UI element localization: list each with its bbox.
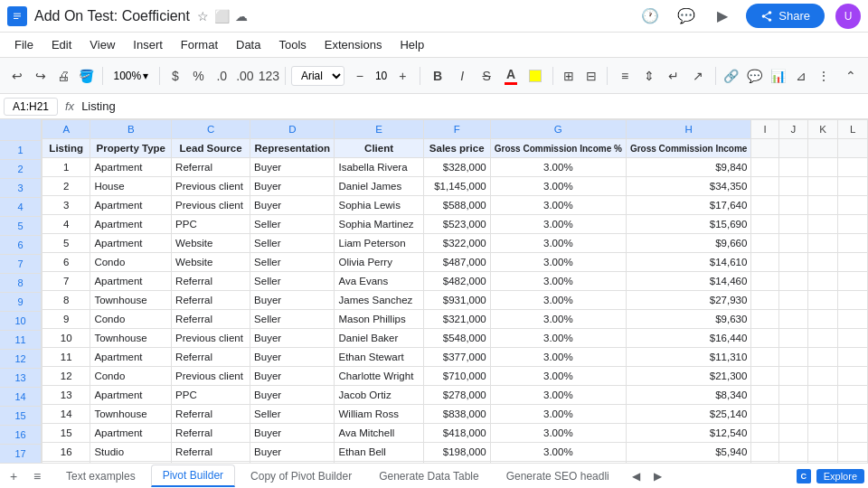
cell-k8[interactable] (807, 272, 837, 291)
undo-button[interactable]: ↩ (7, 64, 27, 88)
cell-reference-input[interactable] (4, 98, 58, 116)
row-num-11[interactable]: 11 (0, 331, 41, 350)
cell-i12[interactable] (751, 348, 778, 367)
cell-d14[interactable]: Buyer (250, 386, 335, 405)
cell-b17[interactable]: Studio (90, 443, 172, 462)
cell-a6[interactable]: 5 (42, 234, 90, 253)
cell-f13[interactable]: $710,000 (423, 367, 490, 386)
cell-f17[interactable]: $198,000 (423, 443, 490, 462)
cell-f12[interactable]: $377,000 (423, 348, 490, 367)
cell-a13[interactable]: 12 (42, 367, 90, 386)
cell-c3[interactable]: Previous client (172, 177, 250, 196)
cell-h14[interactable]: $8,340 (626, 386, 750, 405)
cell-g2[interactable]: 3.00% (490, 158, 626, 177)
redo-button[interactable]: ↪ (31, 64, 51, 88)
cell-h7[interactable]: $14,610 (626, 253, 750, 272)
font-size-increase[interactable]: + (391, 64, 414, 88)
cell-l5[interactable] (838, 215, 868, 234)
cell-c4[interactable]: Previous client (172, 196, 250, 215)
cell-k18[interactable] (807, 462, 837, 464)
cell-i7[interactable] (751, 253, 778, 272)
menu-edit[interactable]: Edit (44, 36, 79, 53)
cell-b9[interactable]: Townhouse (90, 291, 172, 310)
cell-j13[interactable] (778, 367, 807, 386)
row-num-2[interactable]: 2 (0, 160, 41, 179)
tab-copy-of-pivot-builder[interactable]: Copy of Pivot Builder (239, 465, 363, 487)
cell-b4[interactable]: Apartment (90, 196, 172, 215)
row-num-4[interactable]: 4 (0, 198, 41, 217)
cell-c16[interactable]: Referral (172, 424, 250, 443)
cell-e14[interactable]: Jacob Ortiz (335, 386, 423, 405)
cell-j5[interactable] (778, 215, 807, 234)
cell-g4[interactable]: 3.00% (490, 196, 626, 215)
formula-input[interactable] (81, 99, 864, 113)
cell-d12[interactable]: Buyer (250, 348, 335, 367)
cell-g8[interactable]: 3.00% (490, 272, 626, 291)
cell-i14[interactable] (751, 386, 778, 405)
cell-a16[interactable]: 15 (42, 424, 90, 443)
header-sales-price[interactable]: Sales price (423, 139, 490, 158)
menu-extensions[interactable]: Extensions (317, 36, 390, 53)
menu-data[interactable]: Data (229, 36, 268, 53)
cell-g15[interactable]: 3.00% (490, 405, 626, 424)
cell-i6[interactable] (751, 234, 778, 253)
merge-button[interactable]: ⊟ (582, 64, 602, 88)
cell-a14[interactable]: 13 (42, 386, 90, 405)
cell-e16[interactable]: Ava Mitchell (335, 424, 423, 443)
cell-l3[interactable] (838, 177, 868, 196)
menu-format[interactable]: Format (174, 36, 225, 53)
cell-c12[interactable]: Referral (172, 348, 250, 367)
cell-e10[interactable]: Mason Phillips (335, 310, 423, 329)
chat-icon[interactable]: 💬 (674, 4, 699, 29)
cell-l15[interactable] (838, 405, 868, 424)
cell-c11[interactable]: Previous client (172, 329, 250, 348)
cell-b15[interactable]: Townhouse (90, 405, 172, 424)
cell-c17[interactable]: Referral (172, 443, 250, 462)
cell-h2[interactable]: $9,840 (626, 158, 750, 177)
paint-format-button[interactable]: 🪣 (77, 64, 97, 88)
cell-f10[interactable]: $321,000 (423, 310, 490, 329)
cell-j17[interactable] (778, 443, 807, 462)
cell-a3[interactable]: 2 (42, 177, 90, 196)
cell-e18[interactable]: Daniel Stewart (335, 462, 423, 464)
cell-l14[interactable] (838, 386, 868, 405)
cell-c7[interactable]: Website (172, 253, 250, 272)
row-num-15[interactable]: 15 (0, 407, 41, 426)
cell-f16[interactable]: $418,000 (423, 424, 490, 443)
cell-g16[interactable]: 3.00% (490, 424, 626, 443)
cell-d10[interactable]: Seller (250, 310, 335, 329)
history-icon[interactable]: 🕐 (637, 4, 663, 29)
row-num-8[interactable]: 8 (0, 274, 41, 293)
row-num-17[interactable]: 17 (0, 445, 41, 463)
cell-c2[interactable]: Referral (172, 158, 250, 177)
cell-l6[interactable] (838, 234, 868, 253)
cell-i2[interactable] (751, 158, 778, 177)
col-header-e[interactable]: E (335, 120, 423, 139)
cell-l10[interactable] (838, 310, 868, 329)
menu-insert[interactable]: Insert (126, 36, 170, 53)
menu-view[interactable]: View (82, 36, 122, 53)
cell-a5[interactable]: 4 (42, 215, 90, 234)
col-header-i[interactable]: I (751, 120, 778, 139)
cell-h3[interactable]: $34,350 (626, 177, 750, 196)
col-header-f[interactable]: F (423, 120, 490, 139)
cell-g9[interactable]: 3.00% (490, 291, 626, 310)
cell-d18[interactable]: Buyer (250, 462, 335, 464)
cell-c15[interactable]: Referral (172, 405, 250, 424)
cell-i16[interactable] (751, 424, 778, 443)
text-rotate-button[interactable]: ↗ (686, 64, 710, 88)
cell-d6[interactable]: Seller (250, 234, 335, 253)
cell-k4[interactable] (807, 196, 837, 215)
cell-d2[interactable]: Buyer (250, 158, 335, 177)
cloud-icon[interactable]: ☁ (235, 9, 248, 23)
cell-b3[interactable]: House (90, 177, 172, 196)
cell-c13[interactable]: Previous client (172, 367, 250, 386)
row-num-13[interactable]: 13 (0, 369, 41, 388)
cell-l7[interactable] (838, 253, 868, 272)
cell-j12[interactable] (778, 348, 807, 367)
row-num-12[interactable]: 12 (0, 350, 41, 369)
menu-help[interactable]: Help (392, 36, 431, 53)
cell-j15[interactable] (778, 405, 807, 424)
cell-f4[interactable]: $588,000 (423, 196, 490, 215)
cell-f3[interactable]: $1,145,000 (423, 177, 490, 196)
